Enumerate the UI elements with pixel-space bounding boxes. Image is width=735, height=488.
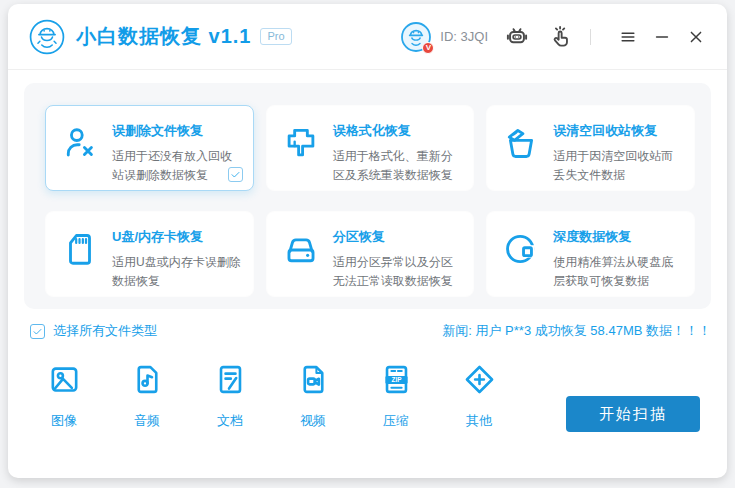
card-desc: 使用精准算法从硬盘底层获取可恢复数据 [553,253,682,292]
start-scan-button[interactable]: 开始扫描 [566,396,700,432]
card-desc: 适用于格式化、重新分区及系统重装数据恢复 [333,147,462,186]
recovery-modes-panel: 误删除文件恢复 适用于还没有放入回收站误删除数据恢复 误格式化恢复 适用于格式化… [24,83,711,309]
card-title: 误格式化恢复 [333,122,462,140]
minimize-icon[interactable] [651,26,673,48]
file-type-label: 其他 [466,412,492,430]
robot-mascot-logo-icon [28,18,66,56]
card-checkbox-checked[interactable] [228,167,243,182]
select-all-label: 选择所有文件类型 [53,322,157,340]
file-type-video[interactable]: 视频 [285,362,341,430]
file-types-bar: 图像 音频 文档 [8,362,727,430]
file-type-label: 压缩 [383,412,409,430]
video-icon [296,362,331,397]
card-title: U盘/内存卡恢复 [112,228,241,246]
format-brush-icon [282,124,320,162]
card-desc: 适用分区异常以及分区无法正常读取数据恢复 [333,253,462,292]
recovery-card-deep-scan[interactable]: 深度数据恢复 使用精准算法从硬盘底层获取可恢复数据 [486,211,695,297]
file-type-zip[interactable]: ZIP 压缩 [368,362,424,430]
card-desc: 适用U盘或内存卡误删除数据恢复 [112,253,241,292]
hard-drive-icon [282,230,320,268]
title-bar: 小白数据恢复 v1.1 Pro V ID: 3JQI [8,4,727,70]
select-all-checkbox-checked[interactable] [30,324,45,339]
audio-icon [130,362,165,397]
document-icon [213,362,248,397]
card-title: 深度数据恢复 [553,228,682,246]
deep-scan-icon [502,230,540,268]
card-desc: 适用于因清空回收站而丢失文件数据 [553,147,682,186]
other-icon [462,362,497,397]
news-ticker: 新闻: 用户 P**3 成功恢复 58.47MB 数据！！！ [442,322,711,340]
file-type-label: 视频 [300,412,326,430]
close-icon[interactable] [685,26,707,48]
file-type-other[interactable]: 其他 [451,362,507,430]
header-divider [590,29,591,45]
svg-text:ZIP: ZIP [391,376,402,383]
card-title: 分区恢复 [333,228,462,246]
zip-icon: ZIP [379,362,414,397]
menu-icon[interactable] [617,26,639,48]
file-type-document[interactable]: 文档 [202,362,258,430]
file-type-image[interactable]: 图像 [36,362,92,430]
select-all-file-types[interactable]: 选择所有文件类型 [30,322,157,340]
recovery-card-formatted[interactable]: 误格式化恢复 适用于格式化、重新分区及系统重装数据恢复 [266,105,475,191]
file-type-label: 音频 [134,412,160,430]
user-x-icon [61,124,99,162]
user-avatar[interactable]: V [401,22,431,52]
card-title: 误清空回收站恢复 [553,122,682,140]
recovery-card-usb-sd[interactable]: U盘/内存卡恢复 适用U盘或内存卡误删除数据恢复 [45,211,254,297]
image-icon [47,362,82,397]
app-window: 小白数据恢复 v1.1 Pro V ID: 3JQI [8,4,727,478]
avatar-verified-badge: V [422,42,434,54]
file-type-label: 图像 [51,412,77,430]
recycle-bin-icon [502,124,540,162]
card-title: 误删除文件恢复 [112,122,241,140]
app-title: 小白数据恢复 v1.1 [76,23,251,50]
file-type-audio[interactable]: 音频 [119,362,175,430]
recovery-card-partition[interactable]: 分区恢复 适用分区异常以及分区无法正常读取数据恢复 [266,211,475,297]
robot-service-icon[interactable] [504,24,530,50]
user-id-label: ID: 3JQI [440,29,488,44]
file-type-label: 文档 [217,412,243,430]
hand-click-icon[interactable] [547,24,573,50]
pro-badge: Pro [260,28,291,45]
card-desc: 适用于还没有放入回收站误删除数据恢复 [112,147,241,186]
recovery-card-recycle-bin[interactable]: 误清空回收站恢复 适用于因清空回收站而丢失文件数据 [486,105,695,191]
recovery-card-deleted-files[interactable]: 误删除文件恢复 适用于还没有放入回收站误删除数据恢复 [45,105,254,191]
sd-card-icon [61,230,99,268]
